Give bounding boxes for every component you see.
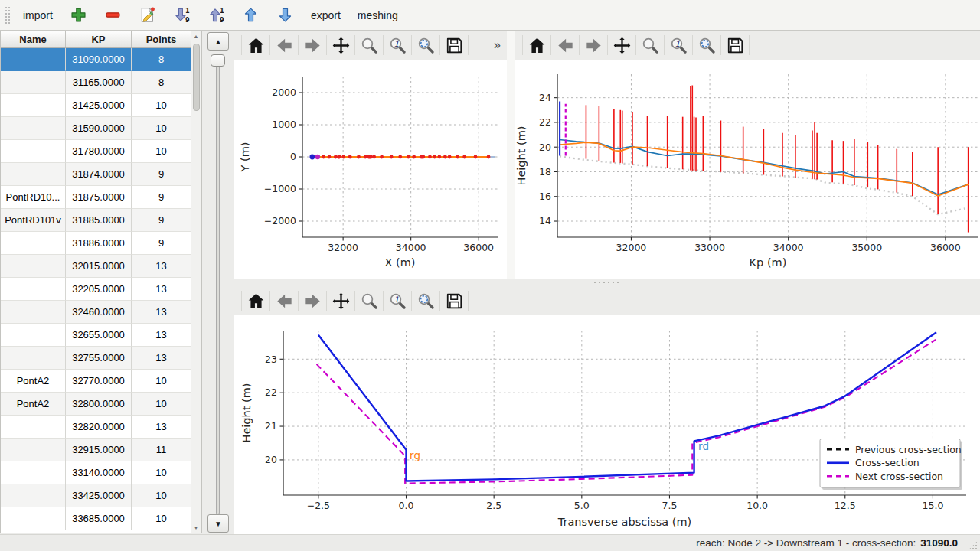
- meshing-button[interactable]: meshing: [352, 4, 403, 27]
- table-row[interactable]: PontA232800.000010: [1, 393, 191, 416]
- column-header-kp[interactable]: KP: [66, 31, 132, 47]
- cell-name[interactable]: [1, 416, 66, 439]
- cell-points[interactable]: 10: [132, 370, 191, 393]
- cell-name[interactable]: [1, 347, 66, 370]
- cell-points[interactable]: 9: [132, 186, 191, 209]
- cell-name[interactable]: [1, 324, 66, 347]
- cell-name[interactable]: PontRD101v: [1, 209, 66, 232]
- table-row[interactable]: PontRD101v31885.00009: [1, 209, 191, 232]
- table-scrollbar[interactable]: ▲ ▼: [191, 31, 202, 533]
- cross-section-canvas[interactable]: −2.50.02.55.07.510.012.515.020212223Tran…: [234, 315, 980, 531]
- table-row[interactable]: 33425.000010: [1, 484, 191, 507]
- zoom-one-to-one-button[interactable]: 1: [666, 34, 691, 57]
- table-row[interactable]: 32205.000013: [1, 278, 191, 301]
- export-button[interactable]: export: [305, 4, 346, 27]
- cell-points[interactable]: 9: [132, 209, 191, 232]
- forward-button[interactable]: [300, 289, 325, 312]
- back-button[interactable]: [272, 289, 296, 312]
- table-row[interactable]: 31886.00009: [1, 232, 191, 255]
- zoom-one-to-one-button[interactable]: 1: [385, 289, 410, 312]
- cell-name[interactable]: [1, 439, 66, 461]
- resize-grip[interactable]: [969, 541, 978, 550]
- cell-kp[interactable]: 32755.0000: [66, 347, 132, 370]
- table-row[interactable]: 31165.00008: [1, 71, 191, 94]
- edit-cross-section-button[interactable]: [133, 4, 162, 27]
- zoom-button[interactable]: [638, 34, 662, 57]
- cell-name[interactable]: PontRD10...: [1, 186, 66, 209]
- toolbar-grip[interactable]: [5, 6, 10, 24]
- cell-name[interactable]: [1, 71, 66, 94]
- table-row[interactable]: 32915.000011: [1, 439, 191, 461]
- cell-points[interactable]: 11: [132, 439, 191, 461]
- table-row[interactable]: 31590.000010: [1, 117, 191, 140]
- cell-points[interactable]: 10: [132, 461, 191, 484]
- save-figure-button[interactable]: [723, 34, 747, 57]
- scrollbar-thumb[interactable]: [193, 44, 200, 111]
- horizontal-splitter[interactable]: [231, 279, 980, 286]
- cell-kp[interactable]: 32655.0000: [66, 324, 132, 347]
- cell-kp[interactable]: 31590.0000: [66, 117, 132, 140]
- back-button[interactable]: [272, 34, 296, 57]
- cell-name[interactable]: [1, 301, 66, 324]
- table-row[interactable]: PontA232770.000010: [1, 370, 191, 393]
- cell-name[interactable]: PontA2: [1, 393, 66, 416]
- home-button[interactable]: [243, 34, 268, 57]
- cell-name[interactable]: PontA2: [1, 370, 66, 393]
- save-figure-button[interactable]: [442, 34, 466, 57]
- cell-points[interactable]: 10: [132, 117, 191, 140]
- cell-kp[interactable]: 33425.0000: [66, 484, 132, 507]
- table-row[interactable]: 32755.000013: [1, 347, 191, 370]
- cell-points[interactable]: 13: [132, 347, 191, 370]
- toolbar-overflow-button[interactable]: »: [494, 38, 501, 52]
- cell-name[interactable]: [1, 484, 66, 507]
- cell-kp[interactable]: 33140.0000: [66, 461, 132, 484]
- cell-kp[interactable]: 31886.0000: [66, 232, 132, 255]
- home-button[interactable]: [524, 34, 549, 57]
- slider-track[interactable]: [216, 54, 220, 514]
- long-profile-canvas[interactable]: 3200033000340003500036000141618202224Kp …: [514, 60, 980, 279]
- table-row[interactable]: 31425.000010: [1, 94, 191, 117]
- cell-points[interactable]: 10: [132, 140, 191, 163]
- cell-kp[interactable]: 31780.0000: [66, 140, 132, 163]
- sort-ascending-button[interactable]: 19: [202, 4, 230, 27]
- plan-view-canvas[interactable]: 320003400036000−2000−1000010002000X (m)Y…: [234, 60, 507, 279]
- cell-points[interactable]: 8: [132, 71, 191, 94]
- table-row[interactable]: 31874.00009: [1, 163, 191, 186]
- cell-name[interactable]: [1, 48, 66, 71]
- cell-points[interactable]: 8: [132, 48, 191, 71]
- cell-name[interactable]: [1, 232, 66, 255]
- cell-points[interactable]: 10: [132, 484, 191, 507]
- table-row[interactable]: 32820.000013: [1, 416, 191, 439]
- remove-cross-section-button[interactable]: [99, 4, 127, 27]
- zoom-fit-button[interactable]: [413, 289, 438, 312]
- cell-kp[interactable]: 32205.0000: [66, 278, 132, 301]
- table-row[interactable]: PontRD10...31875.00009: [1, 186, 191, 209]
- cell-name[interactable]: [1, 140, 66, 163]
- vertical-splitter[interactable]: [507, 31, 514, 279]
- cell-name[interactable]: [1, 255, 66, 278]
- table-row[interactable]: 33140.000010: [1, 461, 191, 484]
- cell-points[interactable]: 9: [132, 232, 191, 255]
- add-cross-section-button[interactable]: [64, 4, 93, 27]
- cell-kp[interactable]: 31874.0000: [66, 163, 132, 186]
- cell-kp[interactable]: 31165.0000: [66, 71, 132, 94]
- scroll-down-icon[interactable]: ▼: [191, 523, 201, 533]
- cross-sections-table[interactable]: NameKPPoints 31090.0000831165.0000831425…: [0, 31, 191, 533]
- back-button[interactable]: [553, 34, 577, 57]
- cell-name[interactable]: [1, 507, 66, 530]
- cell-kp[interactable]: 32820.0000: [66, 416, 132, 439]
- cell-name[interactable]: [1, 278, 66, 301]
- cell-points[interactable]: 10: [132, 94, 191, 117]
- cell-points[interactable]: 13: [132, 255, 191, 278]
- cell-kp[interactable]: 33685.0000: [66, 507, 132, 530]
- cell-kp[interactable]: 31090.0000: [66, 48, 132, 71]
- cell-name[interactable]: [1, 461, 66, 484]
- slider-handle[interactable]: [211, 54, 225, 67]
- move-up-button[interactable]: [237, 4, 265, 27]
- zoom-button[interactable]: [357, 34, 381, 57]
- table-row[interactable]: 32655.000013: [1, 324, 191, 347]
- zoom-one-to-one-button[interactable]: 1: [385, 34, 410, 57]
- cell-points[interactable]: 13: [132, 324, 191, 347]
- table-header[interactable]: NameKPPoints: [1, 31, 191, 48]
- zoom-button[interactable]: [357, 289, 381, 312]
